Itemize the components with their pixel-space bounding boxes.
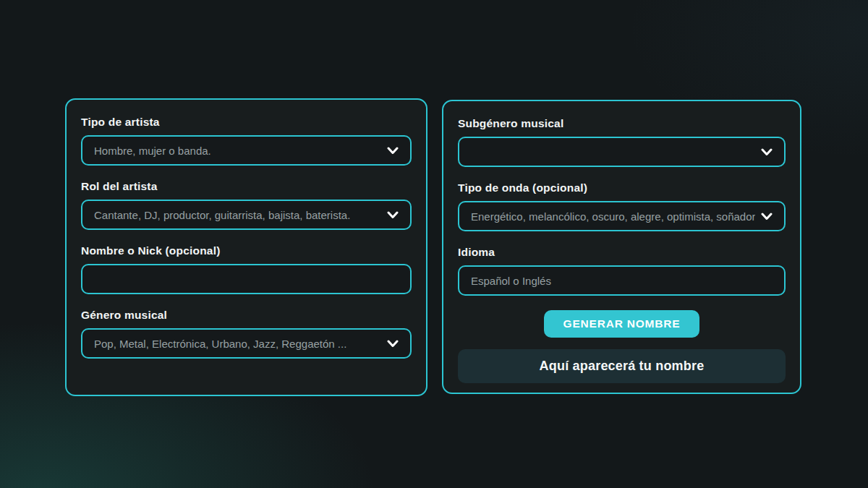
name-nick-input[interactable] [81,264,412,294]
artist-form-panel: Tipo de artista Hombre, mujer o banda. R… [65,98,427,396]
chevron-down-icon [381,338,399,348]
name-nick-label: Nombre o Nick (opcional) [81,244,412,257]
artist-type-select[interactable]: Hombre, mujer o banda. [81,135,412,166]
music-genre-label: Género musical [81,309,412,322]
result-box: Aquí aparecerá tu nombre [458,349,786,383]
field-subgenre: Subgénero musical [458,117,786,167]
generator-panel: Subgénero musical Tipo de onda (opcional… [442,100,801,394]
vibe-type-placeholder: Energético, melancólico, oscuro, alegre,… [471,210,755,223]
field-music-genre: Género musical Pop, Metal, Electrónica, … [81,309,412,359]
field-name-nick: Nombre o Nick (opcional) [81,244,412,294]
music-genre-placeholder: Pop, Metal, Electrónica, Urbano, Jazz, R… [94,338,346,350]
subgenre-select[interactable] [458,137,786,167]
artist-role-placeholder: Cantante, DJ, productor, guitarrista, ba… [94,209,350,221]
music-genre-select[interactable]: Pop, Metal, Electrónica, Urbano, Jazz, R… [81,328,412,359]
artist-role-select[interactable]: Cantante, DJ, productor, guitarrista, ba… [81,200,412,230]
language-input[interactable] [458,265,786,296]
chevron-down-icon [755,147,773,157]
chevron-down-icon [755,211,773,221]
artist-type-label: Tipo de artista [81,116,412,129]
field-artist-type: Tipo de artista Hombre, mujer o banda. [81,116,412,166]
subgenre-label: Subgénero musical [458,117,786,130]
chevron-down-icon [381,210,399,220]
vibe-type-label: Tipo de onda (opcional) [458,181,786,194]
artist-role-label: Rol del artista [81,180,412,193]
field-vibe-type: Tipo de onda (opcional) Energético, mela… [458,181,786,231]
generate-name-button[interactable]: GENERAR NOMBRE [544,310,700,338]
vibe-type-select[interactable]: Energético, melancólico, oscuro, alegre,… [458,201,786,231]
chevron-down-icon [381,145,399,155]
language-label: Idioma [458,246,786,259]
field-language: Idioma [458,246,786,296]
result-placeholder-text: Aquí aparecerá tu nombre [540,359,705,374]
field-artist-role: Rol del artista Cantante, DJ, productor,… [81,180,412,230]
artist-type-placeholder: Hombre, mujer o banda. [94,145,211,157]
